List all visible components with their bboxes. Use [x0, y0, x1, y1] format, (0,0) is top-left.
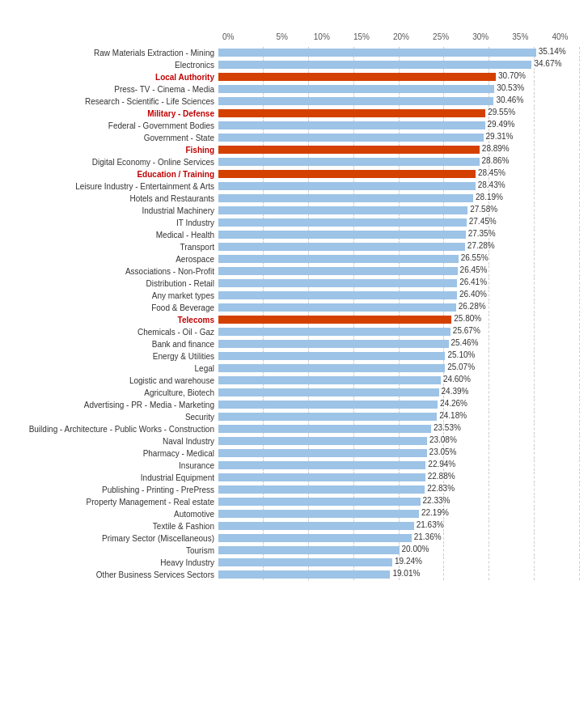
- bar-wrapper: 28.19%: [218, 193, 580, 204]
- bar-value-label: 24.39%: [439, 387, 469, 396]
- bar-wrapper: 25.07%: [218, 362, 580, 374]
- bar-row: Heavy Industry19.24%: [8, 557, 580, 568]
- grid-line: [535, 545, 580, 556]
- bar-wrapper: 26.45%: [218, 265, 580, 277]
- bar-label: Publishing - Printing - PrePress: [8, 485, 218, 494]
- bar-row: Industrial Equipment22.88%: [8, 472, 580, 483]
- grid-line: [444, 569, 489, 580]
- bar-wrapper: 27.58%: [218, 205, 580, 216]
- bar-wrapper: 30.70%: [218, 71, 580, 83]
- bar-row: Fishing28.89%: [8, 144, 580, 155]
- bar-column: 29.55%: [218, 108, 580, 119]
- bar-fill: [218, 121, 485, 129]
- bar-column: 19.24%: [218, 557, 580, 568]
- bar-row: Industrial Machinery27.58%: [8, 205, 580, 216]
- bar-fill: [218, 61, 531, 69]
- bar-label: Aerospace: [8, 255, 218, 264]
- chart-title: [8, 8, 580, 23]
- bar-row: Naval Industry23.08%: [8, 435, 580, 447]
- bar-value-label: 29.49%: [485, 120, 515, 129]
- bar-fill: [218, 255, 459, 263]
- bar-column: 22.33%: [218, 496, 580, 507]
- bar-value-label: 28.86%: [480, 156, 510, 165]
- bar-label: Building - Architecture - Public Works -…: [8, 425, 218, 434]
- bar-label: Digital Economy - Online Services: [8, 158, 218, 167]
- bar-value-label: 22.88%: [425, 472, 455, 481]
- bar-row: Advertising - PR - Media - Marketing24.2…: [8, 399, 580, 410]
- bar-wrapper: 28.86%: [218, 156, 580, 167]
- grid-line: [535, 435, 580, 447]
- bar-column: 26.40%: [218, 290, 580, 301]
- bar-fill: [218, 401, 438, 409]
- grid-line: [535, 217, 580, 228]
- bar-wrapper: 26.40%: [218, 290, 580, 301]
- bar-label: Education / Training: [8, 170, 218, 179]
- grid-line: [535, 557, 580, 568]
- grid-line: [535, 447, 580, 459]
- bar-column: 28.86%: [218, 156, 580, 167]
- bar-label: Fishing: [8, 146, 218, 155]
- bar-fill: [218, 570, 390, 579]
- bar-wrapper: 27.35%: [218, 229, 580, 240]
- bar-value-label: 27.28%: [465, 241, 495, 250]
- grid-line: [535, 484, 580, 495]
- bar-wrapper: 22.33%: [218, 496, 580, 507]
- bar-column: 23.53%: [218, 423, 580, 435]
- bar-row: Textile & Fashion21.63%: [8, 520, 580, 532]
- grid-line: [489, 241, 535, 252]
- bar-column: 22.94%: [218, 460, 580, 471]
- grid-line: [535, 290, 580, 301]
- bar-label: Government - State: [8, 134, 218, 142]
- bar-fill: [218, 291, 457, 299]
- bar-wrapper: 26.55%: [218, 253, 580, 265]
- grid-line: [489, 520, 535, 532]
- bar-label: Insurance: [8, 461, 218, 470]
- grid-line: [489, 435, 535, 447]
- bar-row: Transport27.28%: [8, 241, 580, 252]
- axis-tick: 5%: [262, 32, 302, 41]
- bar-column: 24.39%: [218, 387, 580, 398]
- bar-column: 26.28%: [218, 302, 580, 313]
- bar-label: Medical - Health: [8, 231, 218, 240]
- bar-fill: [218, 522, 414, 530]
- grid-line: [535, 168, 580, 180]
- bar-column: 19.01%: [218, 569, 580, 580]
- bar-wrapper: 28.89%: [218, 144, 580, 155]
- bar-label: Research - Scientific - Life Sciences: [8, 97, 218, 106]
- grid-line: [489, 423, 535, 435]
- axis-tick: 25%: [421, 32, 461, 41]
- bar-row: Bank and finance25.46%: [8, 338, 580, 350]
- bar-fill: [218, 243, 465, 251]
- bar-column: 27.35%: [218, 229, 580, 240]
- bar-row: Pharmacy - Medical23.05%: [8, 447, 580, 459]
- bar-wrapper: 28.45%: [218, 168, 580, 180]
- grid-line: [489, 411, 535, 422]
- grid-line: [535, 108, 580, 119]
- grid-line: [535, 375, 580, 386]
- bar-value-label: 28.89%: [480, 144, 510, 153]
- bar-value-label: 26.28%: [456, 302, 486, 311]
- bar-fill: [218, 473, 425, 481]
- bar-label: Advertising - PR - Media - Marketing: [8, 401, 218, 409]
- grid-line: [489, 532, 535, 544]
- bar-label: Press- TV - Cinema - Media: [8, 85, 218, 94]
- bar-value-label: 24.60%: [441, 375, 471, 384]
- bar-column: 21.63%: [218, 520, 580, 532]
- axis-tick: 35%: [501, 32, 540, 41]
- bar-fill: [218, 413, 437, 421]
- bar-column: 34.67%: [218, 59, 580, 70]
- bar-label: Chemicals - Oil - Gaz: [8, 328, 218, 337]
- bar-column: 25.07%: [218, 362, 580, 374]
- grid-line: [535, 496, 580, 507]
- bar-label: Raw Materials Extraction - Mining: [8, 49, 218, 57]
- bar-label: Primary Sector (Miscellaneous): [8, 534, 218, 543]
- bar-column: 22.83%: [218, 484, 580, 495]
- bar-row: Digital Economy - Online Services28.86%: [8, 156, 580, 167]
- bar-label: Electronics: [8, 61, 218, 70]
- bar-row: Food & Beverage26.28%: [8, 302, 580, 313]
- axis-tick: 30%: [461, 32, 501, 41]
- bar-fill: [218, 49, 536, 57]
- grid-line: [535, 156, 580, 167]
- bar-value-label: 30.46%: [493, 95, 523, 104]
- bar-column: 27.58%: [218, 205, 580, 216]
